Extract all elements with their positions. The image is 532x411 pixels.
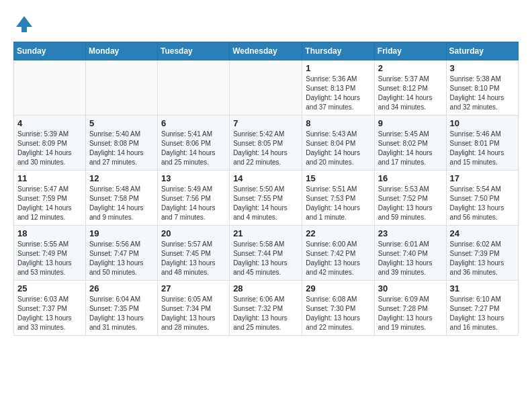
day-info: Sunrise: 6:06 AM Sunset: 7:32 PM Dayligh… — [233, 295, 298, 332]
day-info: Sunrise: 5:37 AM Sunset: 8:12 PM Dayligh… — [378, 75, 443, 112]
day-info: Sunrise: 5:53 AM Sunset: 7:52 PM Dayligh… — [378, 185, 443, 222]
calendar-cell: 9Sunrise: 5:45 AM Sunset: 8:02 PM Daylig… — [374, 116, 446, 171]
calendar-cell: 25Sunrise: 6:03 AM Sunset: 7:37 PM Dayli… — [14, 281, 86, 336]
calendar-cell: 11Sunrise: 5:47 AM Sunset: 7:59 PM Dayli… — [14, 171, 86, 226]
calendar-cell: 2Sunrise: 5:37 AM Sunset: 8:12 PM Daylig… — [374, 60, 446, 116]
day-info: Sunrise: 6:03 AM Sunset: 7:37 PM Dayligh… — [17, 295, 82, 332]
calendar-cell: 28Sunrise: 6:06 AM Sunset: 7:32 PM Dayli… — [230, 281, 302, 336]
calendar-week-row: 11Sunrise: 5:47 AM Sunset: 7:59 PM Dayli… — [14, 171, 519, 226]
calendar-cell: 21Sunrise: 5:58 AM Sunset: 7:44 PM Dayli… — [230, 226, 302, 281]
day-info: Sunrise: 5:50 AM Sunset: 7:55 PM Dayligh… — [233, 185, 298, 222]
day-number: 21 — [233, 228, 298, 238]
day-info: Sunrise: 5:41 AM Sunset: 8:06 PM Dayligh… — [161, 130, 226, 167]
weekday-header: Saturday — [446, 42, 518, 60]
day-number: 15 — [306, 173, 371, 183]
day-info: Sunrise: 6:05 AM Sunset: 7:34 PM Dayligh… — [161, 295, 226, 332]
calendar-cell: 7Sunrise: 5:42 AM Sunset: 8:05 PM Daylig… — [230, 116, 302, 171]
calendar-cell: 3Sunrise: 5:38 AM Sunset: 8:10 PM Daylig… — [446, 60, 518, 116]
day-number: 20 — [161, 228, 226, 238]
calendar-cell — [14, 60, 86, 116]
day-info: Sunrise: 6:04 AM Sunset: 7:35 PM Dayligh… — [89, 295, 154, 332]
day-number: 12 — [89, 173, 154, 183]
calendar-cell: 26Sunrise: 6:04 AM Sunset: 7:35 PM Dayli… — [85, 281, 157, 336]
day-number: 13 — [161, 173, 226, 183]
calendar-cell: 18Sunrise: 5:55 AM Sunset: 7:49 PM Dayli… — [14, 226, 86, 281]
day-number: 26 — [89, 283, 154, 293]
day-info: Sunrise: 5:45 AM Sunset: 8:02 PM Dayligh… — [378, 130, 443, 167]
day-number: 25 — [17, 283, 82, 293]
day-number: 3 — [450, 63, 515, 73]
weekday-header: Wednesday — [230, 42, 302, 60]
day-number: 29 — [306, 283, 371, 293]
day-number: 9 — [378, 118, 443, 128]
day-info: Sunrise: 5:51 AM Sunset: 7:53 PM Dayligh… — [306, 185, 371, 222]
day-info: Sunrise: 6:10 AM Sunset: 7:27 PM Dayligh… — [450, 295, 515, 332]
calendar-cell — [230, 60, 302, 116]
calendar-cell: 31Sunrise: 6:10 AM Sunset: 7:27 PM Dayli… — [446, 281, 518, 336]
day-number: 11 — [17, 173, 82, 183]
calendar-cell: 19Sunrise: 5:56 AM Sunset: 7:47 PM Dayli… — [85, 226, 157, 281]
calendar-cell: 22Sunrise: 6:00 AM Sunset: 7:42 PM Dayli… — [302, 226, 375, 281]
calendar-cell: 23Sunrise: 6:01 AM Sunset: 7:40 PM Dayli… — [374, 226, 446, 281]
calendar-cell: 4Sunrise: 5:39 AM Sunset: 8:09 PM Daylig… — [14, 116, 86, 171]
day-number: 17 — [450, 173, 515, 183]
day-info: Sunrise: 6:02 AM Sunset: 7:39 PM Dayligh… — [450, 240, 515, 277]
day-number: 16 — [378, 173, 443, 183]
calendar-cell: 27Sunrise: 6:05 AM Sunset: 7:34 PM Dayli… — [157, 281, 229, 336]
day-info: Sunrise: 5:43 AM Sunset: 8:04 PM Dayligh… — [306, 130, 371, 167]
day-number: 22 — [306, 228, 371, 238]
day-info: Sunrise: 5:54 AM Sunset: 7:50 PM Dayligh… — [450, 185, 515, 222]
calendar-cell: 1Sunrise: 5:36 AM Sunset: 8:13 PM Daylig… — [302, 60, 375, 116]
calendar-cell: 20Sunrise: 5:57 AM Sunset: 7:45 PM Dayli… — [157, 226, 229, 281]
day-info: Sunrise: 5:36 AM Sunset: 8:13 PM Dayligh… — [306, 75, 371, 112]
day-info: Sunrise: 5:55 AM Sunset: 7:49 PM Dayligh… — [17, 240, 82, 277]
day-number: 14 — [233, 173, 298, 183]
day-info: Sunrise: 5:42 AM Sunset: 8:05 PM Dayligh… — [233, 130, 298, 167]
page-header — [13, 13, 519, 35]
day-number: 27 — [161, 283, 226, 293]
calendar-cell: 10Sunrise: 5:46 AM Sunset: 8:01 PM Dayli… — [446, 116, 518, 171]
day-info: Sunrise: 6:01 AM Sunset: 7:40 PM Dayligh… — [378, 240, 443, 277]
calendar-cell: 15Sunrise: 5:51 AM Sunset: 7:53 PM Dayli… — [302, 171, 375, 226]
day-number: 6 — [161, 118, 226, 128]
day-number: 31 — [450, 283, 515, 293]
weekday-header: Sunday — [14, 42, 86, 60]
calendar-cell: 12Sunrise: 5:48 AM Sunset: 7:58 PM Dayli… — [85, 171, 157, 226]
svg-marker-0 — [16, 16, 32, 32]
day-number: 4 — [17, 118, 82, 128]
day-info: Sunrise: 5:56 AM Sunset: 7:47 PM Dayligh… — [89, 240, 154, 277]
weekday-header: Tuesday — [157, 42, 229, 60]
calendar-week-row: 1Sunrise: 5:36 AM Sunset: 8:13 PM Daylig… — [14, 60, 519, 116]
calendar-cell: 24Sunrise: 6:02 AM Sunset: 7:39 PM Dayli… — [446, 226, 518, 281]
day-info: Sunrise: 5:57 AM Sunset: 7:45 PM Dayligh… — [161, 240, 226, 277]
weekday-header-row: SundayMondayTuesdayWednesdayThursdayFrid… — [14, 42, 519, 60]
day-number: 5 — [89, 118, 154, 128]
day-info: Sunrise: 5:49 AM Sunset: 7:56 PM Dayligh… — [161, 185, 226, 222]
day-info: Sunrise: 5:58 AM Sunset: 7:44 PM Dayligh… — [233, 240, 298, 277]
calendar-week-row: 4Sunrise: 5:39 AM Sunset: 8:09 PM Daylig… — [14, 116, 519, 171]
day-info: Sunrise: 5:46 AM Sunset: 8:01 PM Dayligh… — [450, 130, 515, 167]
logo — [13, 13, 38, 35]
day-info: Sunrise: 5:40 AM Sunset: 8:08 PM Dayligh… — [89, 130, 154, 167]
calendar-week-row: 18Sunrise: 5:55 AM Sunset: 7:49 PM Dayli… — [14, 226, 519, 281]
day-number: 7 — [233, 118, 298, 128]
day-info: Sunrise: 5:47 AM Sunset: 7:59 PM Dayligh… — [17, 185, 82, 222]
calendar-cell: 29Sunrise: 6:08 AM Sunset: 7:30 PM Dayli… — [302, 281, 375, 336]
day-number: 19 — [89, 228, 154, 238]
day-number: 8 — [306, 118, 371, 128]
day-number: 1 — [306, 63, 371, 73]
weekday-header: Friday — [374, 42, 446, 60]
weekday-header: Thursday — [302, 42, 375, 60]
day-info: Sunrise: 5:39 AM Sunset: 8:09 PM Dayligh… — [17, 130, 82, 167]
calendar-cell — [85, 60, 157, 116]
logo-icon — [13, 13, 35, 35]
calendar-cell: 17Sunrise: 5:54 AM Sunset: 7:50 PM Dayli… — [446, 171, 518, 226]
day-number: 24 — [450, 228, 515, 238]
day-number: 2 — [378, 63, 443, 73]
calendar-cell: 14Sunrise: 5:50 AM Sunset: 7:55 PM Dayli… — [230, 171, 302, 226]
day-info: Sunrise: 6:09 AM Sunset: 7:28 PM Dayligh… — [378, 295, 443, 332]
calendar-cell: 5Sunrise: 5:40 AM Sunset: 8:08 PM Daylig… — [85, 116, 157, 171]
day-number: 10 — [450, 118, 515, 128]
calendar-cell — [157, 60, 229, 116]
day-number: 30 — [378, 283, 443, 293]
